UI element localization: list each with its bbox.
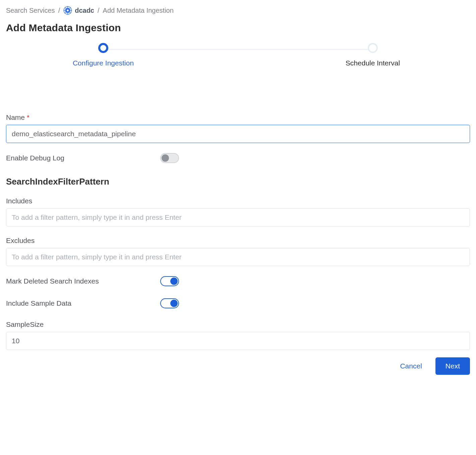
toggle-knob-icon (170, 300, 178, 307)
breadcrumb-separator: / (58, 7, 60, 14)
excludes-label: Excludes (6, 237, 35, 245)
step-label: Schedule Interval (346, 59, 400, 67)
mark-deleted-label: Mark Deleted Search Indexes (6, 277, 160, 285)
form-group-debug-log: Enable Debug Log (6, 153, 470, 163)
filter-section-title: SearchIndexFilterPattern (6, 176, 470, 187)
form-group-mark-deleted: Mark Deleted Search Indexes (6, 276, 470, 286)
name-input[interactable] (6, 125, 470, 143)
form-group-includes: Includes (6, 197, 470, 226)
gear-icon (63, 6, 72, 15)
excludes-input[interactable] (6, 248, 470, 266)
name-label: Name (6, 113, 25, 121)
step-circle-inactive-icon (368, 43, 378, 53)
breadcrumb-current: Add Metadata Ingestion (103, 7, 174, 14)
stepper: Configure Ingestion Schedule Interval (6, 43, 470, 73)
breadcrumb-root-link[interactable]: Search Services (6, 7, 55, 14)
include-sample-label: Include Sample Data (6, 299, 160, 307)
include-sample-toggle[interactable] (160, 298, 179, 308)
toggle-knob-icon (170, 277, 178, 285)
step-schedule-interval[interactable]: Schedule Interval (326, 43, 420, 67)
svg-point-2 (67, 9, 69, 11)
step-circle-active-icon (98, 43, 108, 53)
form-group-include-sample: Include Sample Data (6, 298, 470, 308)
step-label: Configure Ingestion (73, 59, 134, 67)
form-group-excludes: Excludes (6, 237, 470, 266)
form-actions: Cancel Next (6, 357, 470, 375)
toggle-knob-icon (162, 154, 169, 162)
sample-size-label: SampleSize (6, 320, 44, 328)
form-group-sample-size: SampleSize (6, 320, 470, 350)
mark-deleted-toggle[interactable] (160, 276, 179, 286)
includes-label: Includes (6, 197, 32, 205)
debug-log-toggle[interactable] (160, 153, 179, 163)
required-asterisk-icon: * (27, 114, 29, 121)
includes-input[interactable] (6, 208, 470, 226)
step-configure-ingestion[interactable]: Configure Ingestion (56, 43, 150, 67)
form-group-name: Name * (6, 113, 470, 143)
cancel-button[interactable]: Cancel (399, 359, 423, 373)
sample-size-input[interactable] (6, 332, 470, 350)
debug-log-label: Enable Debug Log (6, 154, 160, 162)
breadcrumb-service-link[interactable]: dcadc (63, 6, 94, 15)
breadcrumb: Search Services / (6, 6, 470, 15)
page-title: Add Metadata Ingestion (6, 22, 470, 34)
next-button[interactable]: Next (435, 357, 470, 375)
breadcrumb-service-label: dcadc (75, 7, 94, 14)
breadcrumb-separator: / (98, 7, 100, 14)
